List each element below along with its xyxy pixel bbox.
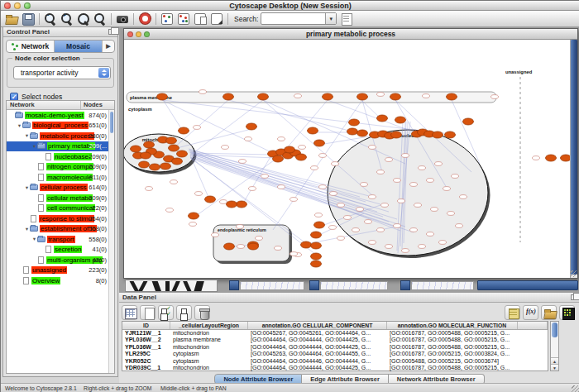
- table-cell[interactable]: [GO:0016787, GO:0005488, GO:0005215, G..…: [387, 330, 518, 337]
- zoom-fit-icon[interactable]: ▫: [93, 12, 108, 26]
- network-node-small[interactable]: [237, 225, 244, 229]
- open-file-icon[interactable]: [4, 12, 19, 26]
- network-graph[interactable]: plasma membranecytoplasmmitochondrionnuc…: [124, 40, 570, 278]
- network-node[interactable]: [357, 93, 368, 100]
- network-node-small[interactable]: [402, 154, 409, 158]
- network-node[interactable]: [347, 128, 358, 135]
- table-cell[interactable]: [518, 337, 548, 343]
- table-cell[interactable]: [518, 330, 548, 337]
- network-node[interactable]: [447, 93, 457, 100]
- network-node-small[interactable]: [419, 245, 426, 249]
- network-node[interactable]: [172, 158, 183, 165]
- expander-icon[interactable]: ▼: [24, 227, 30, 232]
- table-cell[interactable]: mitochondrion: [170, 365, 248, 371]
- tree-scrollbar[interactable]: [108, 110, 114, 373]
- expander-icon[interactable]: ▼: [31, 144, 37, 149]
- network-node-small[interactable]: [278, 185, 285, 189]
- network-node-small[interactable]: [170, 180, 178, 184]
- tree-row-label[interactable]: nitrogen compo: [46, 163, 93, 170]
- network-node[interactable]: [237, 201, 247, 208]
- network-node-small[interactable]: [435, 162, 443, 166]
- tree-row[interactable]: cell communicat22(0): [7, 203, 108, 214]
- network-node-small[interactable]: [377, 228, 385, 232]
- title-bar[interactable]: Cytoscape Desktop (New Session): [1, 1, 579, 11]
- network-node-small[interactable]: [410, 183, 418, 187]
- network-node-small[interactable]: [385, 158, 393, 162]
- network-node-small[interactable]: [146, 187, 153, 191]
- tree-row[interactable]: nitrogen compo209(0): [7, 162, 108, 173]
- select-attributes-button[interactable]: [158, 305, 174, 320]
- network-node-small[interactable]: [194, 126, 201, 130]
- network-node-small[interactable]: [456, 224, 463, 228]
- tree-row-label[interactable]: unassigned: [31, 266, 67, 274]
- network-node[interactable]: [314, 140, 325, 146]
- tree-row[interactable]: Overview8(0): [7, 275, 108, 286]
- network-node-small[interactable]: [256, 237, 263, 241]
- tree-row-label[interactable]: macromolecule: [46, 174, 93, 181]
- node-color-dropdown[interactable]: transporter activity: [13, 66, 111, 79]
- tree-row[interactable]: secretion41(0): [7, 245, 108, 256]
- network-node-small[interactable]: [278, 137, 285, 141]
- table-cell[interactable]: YDR039C__1: [122, 365, 170, 371]
- tree-row[interactable]: mosaic-demo-yeast874(0): [7, 110, 108, 121]
- tree-row[interactable]: ▼biological_process651(0): [7, 121, 108, 131]
- network-node[interactable]: [150, 164, 160, 170]
- table-scrollbar-thumb[interactable]: [552, 323, 557, 337]
- network-node-small[interactable]: [427, 179, 434, 183]
- more-tabs-button[interactable]: ▶: [103, 41, 114, 52]
- network-node-small[interactable]: [394, 224, 401, 228]
- network-node-small[interactable]: [330, 192, 337, 196]
- network-node-small[interactable]: [410, 228, 418, 232]
- tree-row-label[interactable]: cellular process: [40, 184, 88, 191]
- table-cell[interactable]: [518, 358, 548, 365]
- tree-row-label[interactable]: biological_process: [32, 122, 89, 129]
- table-cell[interactable]: plasma membrane: [170, 337, 248, 343]
- network-node-small[interactable]: [275, 246, 282, 251]
- table-cell[interactable]: cytoplasm: [170, 358, 248, 365]
- network-node-small[interactable]: [369, 146, 376, 150]
- background-window-sliver[interactable]: [240, 281, 304, 290]
- network-node-small[interactable]: [361, 183, 368, 187]
- tree-row[interactable]: nucleobase-209(0): [7, 151, 108, 162]
- table-cell[interactable]: [GO:0044464, GO:0044446, GO:0044444, G..…: [248, 358, 387, 365]
- background-window-titlebar[interactable]: [229, 280, 239, 290]
- network-vertical-scrollbar[interactable]: [570, 40, 577, 278]
- tab-mosaic[interactable]: Mosaic: [55, 41, 103, 52]
- zoom-selected-icon[interactable]: [76, 12, 91, 26]
- table-cell[interactable]: [GO:0005488, GO:0005215, GO:0003674]: [387, 358, 518, 365]
- network-node-small[interactable]: [460, 195, 467, 199]
- network-node-small[interactable]: [356, 208, 364, 212]
- matrix-button[interactable]: [505, 305, 520, 320]
- network-node-small[interactable]: [344, 216, 352, 220]
- vizmapper-icon[interactable]: [160, 12, 175, 26]
- network-node[interactable]: [160, 163, 171, 170]
- network-node[interactable]: [301, 241, 312, 248]
- network-node[interactable]: [311, 253, 322, 260]
- background-window-sliver[interactable]: [320, 281, 388, 290]
- network-node[interactable]: [323, 93, 333, 100]
- network-canvas[interactable]: plasma membranecytoplasmmitochondrionnuc…: [124, 40, 570, 278]
- network-node-small[interactable]: [365, 220, 372, 224]
- zoom-in-icon[interactable]: +: [60, 12, 74, 26]
- new-network-icon[interactable]: [176, 12, 191, 26]
- help-icon[interactable]: [137, 12, 152, 26]
- network-node[interactable]: [377, 115, 388, 122]
- network-node-small[interactable]: [290, 198, 298, 202]
- network-node-small[interactable]: [398, 199, 405, 203]
- tree-col-network[interactable]: Network: [7, 101, 81, 109]
- network-node-small[interactable]: [299, 146, 306, 150]
- table-cell[interactable]: [518, 351, 548, 357]
- column-header[interactable]: _cellularLayoutRegion: [170, 322, 248, 329]
- network-node[interactable]: [144, 141, 155, 148]
- network-node[interactable]: [179, 127, 189, 134]
- network-node-small[interactable]: [332, 162, 339, 166]
- network-node-small[interactable]: [311, 166, 318, 170]
- formula-button[interactable]: [523, 305, 538, 320]
- network-node-small[interactable]: [423, 94, 430, 98]
- network-node[interactable]: [141, 152, 151, 159]
- network-node[interactable]: [445, 131, 456, 138]
- tree-row-label[interactable]: secretion: [54, 246, 82, 253]
- tree-row-label[interactable]: transport: [47, 236, 75, 243]
- network-node[interactable]: [308, 127, 318, 134]
- expander-icon[interactable]: ▼: [24, 133, 30, 138]
